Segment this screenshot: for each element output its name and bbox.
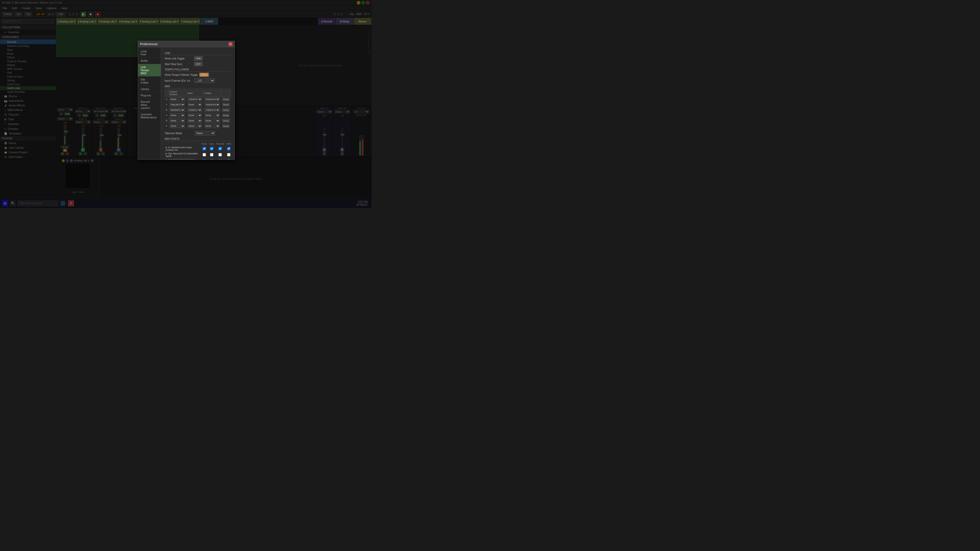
pref-midi-row2-surface[interactable]: KeyLab Essential [169, 103, 185, 106]
preferences-dialog: Preferences ✕ LookFeel Audio LinkTempoMI… [138, 41, 235, 160]
port1-arrow: ▶ [165, 146, 167, 149]
port3-sync-check[interactable] [210, 159, 213, 160]
pref-content: Link Show Link Toggle Hide Start Stop Sy… [161, 47, 234, 159]
pref-midi-row-4: 4 None None None Dump [165, 113, 231, 118]
pref-midi-row4-dump[interactable]: Dump [222, 114, 230, 117]
port1-sync-check[interactable] [210, 147, 213, 150]
pref-midi-row1-input[interactable]: Arturia KeyLab Ex [187, 97, 202, 101]
pref-nav-link-tempo-midi[interactable]: LinkTempoMIDI [138, 64, 161, 76]
pref-nav-file-folder[interactable]: FileFolder [138, 76, 161, 86]
pref-midi-row-1: 1 None Arturia KeyLab Ex Arturia KeyLab … [165, 97, 231, 102]
pref-tempo-section-title: Tempo Follower [165, 68, 231, 72]
pref-input-channel-label: Input Channel (Ext. In) [165, 79, 192, 82]
pref-midi-row-2: 2 KeyLab Essential None Arturia KeyLab E… [165, 102, 231, 107]
pref-show-link-label: Show Link Toggle [165, 57, 192, 60]
pref-midi-th-surface: Control Surface [169, 90, 186, 97]
pref-midi-th-output: Output [203, 90, 221, 97]
pref-body: LookFeel Audio LinkTempoMIDI FileFolder … [138, 47, 234, 159]
pref-port-row-3: ▶ Out: MackieControl Output (Arduino D [165, 158, 232, 159]
pref-start-stop-label: Start Stop Sync [165, 63, 192, 65]
pref-midi-table: Control Surface Input Output 1 None Artu… [165, 89, 231, 129]
pref-start-stop-toggle[interactable]: OFF [194, 62, 202, 66]
pref-midi-row1-surface[interactable]: None [169, 97, 185, 101]
port1-name: In: MackieControl Input (Arduino Du [165, 146, 192, 151]
pref-midi-row5-output[interactable]: None [204, 119, 220, 123]
pref-midi-row2-input[interactable]: None [187, 103, 202, 106]
pref-midi-row4-surface[interactable]: None [169, 113, 185, 118]
pref-input-channel-select[interactable]: _ 1/2 [194, 78, 215, 83]
pref-midi-row5-surface[interactable]: None [169, 119, 185, 123]
pref-midi-row1-output[interactable]: Arturia KeyLab Ex [204, 97, 220, 101]
pref-show-tempo-row: Show Tempo Follower Toggle Show [165, 73, 231, 77]
pref-show-link-row: Show Link Toggle Hide [165, 56, 231, 60]
pref-midi-th-input: Input [186, 90, 203, 97]
port3-mpe-check[interactable] [227, 159, 231, 160]
pref-midi-row6-output[interactable]: None [204, 124, 220, 128]
pref-midi-row2-dump[interactable]: Dump [222, 103, 230, 106]
pref-port-row-1: ▶ In: MackieControl Input (Arduino Du [165, 146, 232, 152]
pref-midi-row5-dump[interactable]: Dump [222, 119, 230, 122]
pref-nav: LookFeel Audio LinkTempoMIDI FileFolder … [138, 47, 161, 159]
pref-close-button[interactable]: ✕ [228, 42, 232, 46]
pref-takeover-row: Takeover Mode None [165, 131, 231, 135]
port1-remote-check[interactable] [218, 147, 222, 150]
port2-remote-check[interactable] [218, 153, 222, 156]
port3-remote-check[interactable] [218, 159, 222, 160]
pref-link-section-title: Link [165, 52, 231, 56]
port3-track-check[interactable] [203, 159, 206, 160]
port1-track-check[interactable] [203, 147, 206, 150]
pref-midi-row-6: 6 None None None Dump [165, 124, 231, 129]
pref-midi-row2-output[interactable]: Arturia KeyLab Ex [204, 103, 220, 106]
pref-start-stop-row: Start Stop Sync OFF [165, 62, 231, 66]
pref-show-link-toggle[interactable]: Hide [194, 56, 203, 60]
pref-midi-ports-title: MIDI Ports [165, 138, 231, 141]
pref-midi-th-dump [221, 90, 231, 97]
pref-midi-row3-input[interactable]: Arduino Due [187, 108, 202, 112]
pref-takeover-select[interactable]: None [195, 131, 215, 135]
pref-midi-row5-input[interactable]: None [187, 119, 202, 123]
pref-midi-row-3: 3 MackieControl Arduino Due Arduino Due … [165, 107, 231, 113]
pref-nav-audio[interactable]: Audio [138, 58, 161, 64]
pref-midi-row4-output[interactable]: None [204, 113, 220, 118]
pref-nav-licenses[interactable]: LicensesMaintenance [138, 111, 161, 121]
pref-midi-row6-input[interactable]: None [187, 124, 202, 128]
pref-nav-look[interactable]: LookFeel [138, 48, 161, 58]
pref-title: Preferences [140, 42, 158, 46]
pref-port-row-2: ▶ Out: Microsoft GS Wavetable Synth [165, 152, 232, 158]
pref-midi-row-5: 5 None None None Dump [165, 118, 231, 124]
pref-midi-row3-surface[interactable]: MackieControl [169, 108, 185, 112]
pref-midi-row3-output[interactable]: Arduino Due [204, 108, 220, 112]
port2-track-check[interactable] [203, 153, 206, 156]
pref-takeover-label: Takeover Mode [165, 132, 192, 135]
port2-mpe-check[interactable] [227, 153, 231, 156]
pref-midi-row6-dump[interactable]: Dump [222, 124, 230, 128]
pref-midi-th-num [165, 90, 169, 97]
pref-midi-section-title: MIDI [165, 85, 231, 89]
pref-titlebar[interactable]: Preferences ✕ [138, 41, 234, 47]
port3-name: Out: MackieControl Output (Arduino D [165, 159, 195, 159]
pref-midi-row1-dump[interactable]: Dump [222, 97, 230, 101]
pref-show-tempo-toggle[interactable]: Show [199, 73, 209, 77]
port1-mpe-check[interactable] [227, 147, 231, 150]
port2-sync-check[interactable] [210, 153, 213, 156]
pref-midi-row4-input[interactable]: None [187, 113, 202, 118]
pref-nav-library[interactable]: Library [138, 86, 161, 92]
port3-arrow: ▶ [165, 159, 167, 159]
pref-show-tempo-label: Show Tempo Follower Toggle [165, 73, 198, 76]
port2-arrow: ▶ [165, 152, 167, 155]
pref-nav-plugins[interactable]: Plug-Ins [138, 92, 161, 99]
pref-midi-row6-surface[interactable]: None [169, 124, 185, 128]
pref-ports-table: Track Sync Remote MPE ▶ In: MackieContro… [165, 142, 232, 159]
pref-input-channel-row: Input Channel (Ext. In) _ 1/2 [165, 78, 231, 83]
pref-nav-record-warp[interactable]: RecordWarpLaunch [138, 99, 161, 111]
preferences-overlay: Preferences ✕ LookFeel Audio LinkTempoMI… [0, 0, 372, 208]
pref-midi-row3-dump[interactable]: Dump [222, 108, 230, 112]
port2-name: Out: Microsoft GS Wavetable Synth [165, 152, 198, 157]
